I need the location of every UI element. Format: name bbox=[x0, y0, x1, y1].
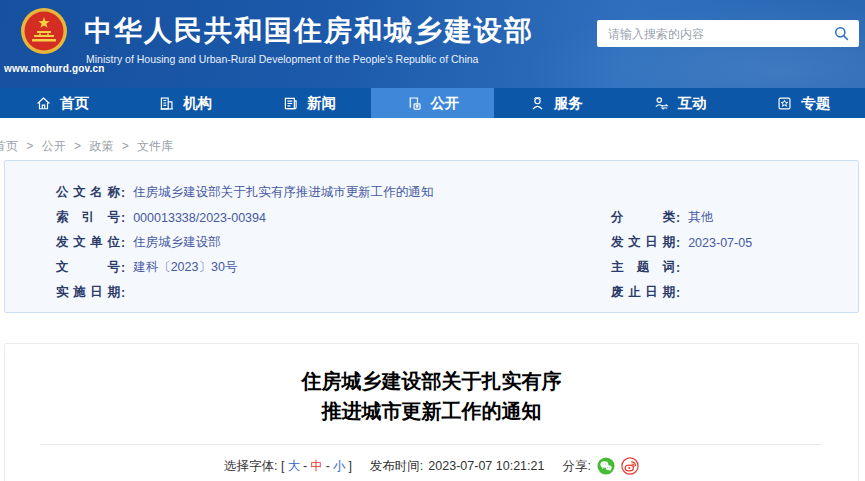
interaction-icon bbox=[653, 95, 670, 112]
organization-icon bbox=[158, 95, 175, 112]
meta-row: 文号 : 建科〔2023〕30号 主题词 : bbox=[5, 255, 858, 280]
breadcrumb-policy[interactable]: 政策 bbox=[89, 139, 113, 153]
publish-time: 发布时间: 2023-07-07 10:21:21 bbox=[370, 458, 545, 475]
nav-item-label: 专题 bbox=[801, 94, 830, 113]
meta-value-issue-date: 2023-07-05 bbox=[688, 236, 752, 250]
font-size-medium-button[interactable]: 中 bbox=[310, 458, 323, 475]
breadcrumb-home[interactable]: 首页 bbox=[0, 139, 18, 153]
article-title-line1: 住房城乡建设部关于扎实有序 bbox=[5, 366, 858, 396]
service-icon bbox=[529, 95, 546, 112]
meta-value-index-number: 000013338/2023-00394 bbox=[133, 211, 266, 225]
meta-label: 文号 bbox=[56, 259, 120, 276]
font-size-large-button[interactable]: 大 bbox=[288, 458, 301, 475]
nav-item-label: 公开 bbox=[431, 94, 460, 113]
publish-timestamp: 2023-07-07 10:21:21 bbox=[428, 459, 544, 473]
meta-label: 发文日期 bbox=[611, 234, 675, 251]
meta-value-document-number: 建科〔2023〕30号 bbox=[133, 259, 237, 276]
news-icon bbox=[282, 95, 299, 112]
wechat-share-icon[interactable] bbox=[597, 457, 615, 475]
meta-row: 索引号 : 000013338/2023-00394 分类 : 其他 bbox=[5, 205, 858, 230]
title-divider bbox=[41, 444, 822, 445]
nav-item-label: 新闻 bbox=[307, 94, 336, 113]
meta-row: 实施日期 : 废止日期 : bbox=[5, 280, 858, 305]
nav-item-home[interactable]: 首页 bbox=[0, 88, 124, 118]
nav-item-label: 互动 bbox=[678, 94, 707, 113]
main-nav: 首页 机构 新闻 公开 服务 bbox=[0, 88, 865, 118]
national-emblem-icon bbox=[20, 7, 68, 55]
topics-icon bbox=[776, 95, 793, 112]
nav-item-label: 机构 bbox=[183, 94, 212, 113]
page: www.mohurd.gov.cn 中华人民共和国住房和城乡建设部 Minist… bbox=[0, 0, 865, 481]
breadcrumb-separator: > bbox=[74, 139, 81, 153]
nav-item-label: 首页 bbox=[60, 94, 89, 113]
breadcrumb-disclosure[interactable]: 公开 bbox=[42, 139, 66, 153]
nav-item-organization[interactable]: 机构 bbox=[124, 88, 248, 118]
meta-row-title: 公文名称 : 住房城乡建设部关于扎实有序推进城市更新工作的通知 bbox=[5, 180, 858, 205]
site-title: 中华人民共和国住房和城乡建设部 bbox=[84, 12, 534, 50]
nav-item-service[interactable]: 服务 bbox=[494, 88, 618, 118]
disclosure-icon bbox=[406, 95, 423, 112]
share-group: 分享: bbox=[562, 457, 638, 475]
article-title-line2: 推进城市更新工作的通知 bbox=[5, 396, 858, 426]
nav-item-interaction[interactable]: 互动 bbox=[618, 88, 742, 118]
article-title: 住房城乡建设部关于扎实有序 推进城市更新工作的通知 bbox=[5, 366, 858, 426]
meta-value-category: 其他 bbox=[688, 209, 713, 226]
meta-value-document-name: 住房城乡建设部关于扎实有序推进城市更新工作的通知 bbox=[133, 184, 433, 201]
meta-value-issuing-unit: 住房城乡建设部 bbox=[133, 234, 221, 251]
nav-item-disclosure[interactable]: 公开 bbox=[371, 88, 495, 118]
breadcrumb-separator: > bbox=[26, 139, 33, 153]
meta-label: 公文名称 bbox=[56, 184, 120, 201]
search-input[interactable] bbox=[606, 26, 833, 42]
weibo-share-icon[interactable] bbox=[621, 457, 639, 475]
article-box: 住房城乡建设部关于扎实有序 推进城市更新工作的通知 选择字体: [ 大 - 中 … bbox=[4, 343, 859, 481]
meta-row: 发文单位 : 住房城乡建设部 发文日期 : 2023-07-05 bbox=[5, 230, 858, 255]
site-header: www.mohurd.gov.cn 中华人民共和国住房和城乡建设部 Minist… bbox=[0, 0, 865, 88]
home-icon bbox=[35, 95, 52, 112]
site-subtitle: Ministry of Housing and Urban-Rural Deve… bbox=[86, 53, 478, 65]
meta-label: 发文单位 bbox=[56, 234, 120, 251]
nav-item-topics[interactable]: 专题 bbox=[741, 88, 865, 118]
search-icon[interactable] bbox=[833, 25, 850, 42]
meta-label: 主题词 bbox=[611, 259, 675, 276]
nav-item-label: 服务 bbox=[554, 94, 583, 113]
font-size-small-button[interactable]: 小 bbox=[333, 458, 346, 475]
breadcrumb-library[interactable]: 文件库 bbox=[137, 139, 173, 153]
breadcrumb: 首页 > 公开 > 政策 > 文件库 bbox=[0, 138, 173, 155]
nav-item-news[interactable]: 新闻 bbox=[247, 88, 371, 118]
document-meta-box: 公文名称 : 住房城乡建设部关于扎实有序推进城市更新工作的通知 索引号 : 00… bbox=[4, 160, 859, 313]
breadcrumb-separator: > bbox=[122, 139, 129, 153]
meta-label: 实施日期 bbox=[56, 284, 120, 301]
font-size-selector: 选择字体: [ 大 - 中 - 小 ] bbox=[224, 458, 352, 475]
meta-label: 索引号 bbox=[56, 209, 120, 226]
search-box[interactable] bbox=[597, 20, 859, 47]
meta-label: 分类 bbox=[611, 209, 675, 226]
meta-label: 废止日期 bbox=[611, 284, 675, 301]
article-meta-bar: 选择字体: [ 大 - 中 - 小 ] 发布时间: 2023-07-07 10:… bbox=[5, 457, 858, 475]
